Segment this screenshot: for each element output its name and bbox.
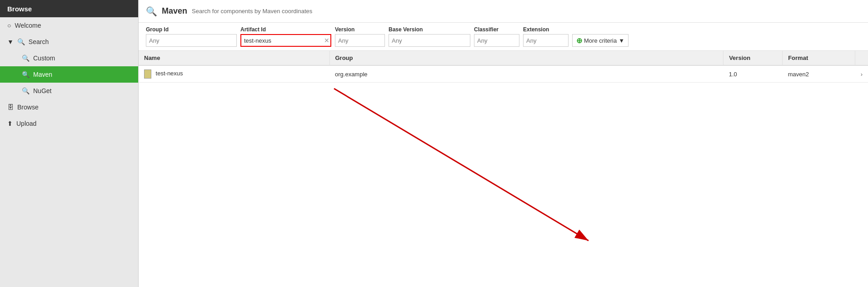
col-header-version: Version bbox=[723, 51, 783, 65]
sidebar-title: Browse bbox=[7, 5, 32, 13]
circle-icon: ○ bbox=[7, 22, 11, 29]
sidebar-item-label: Search bbox=[29, 38, 49, 45]
extension-label: Extension bbox=[523, 26, 569, 33]
cell-format: maven2 bbox=[783, 65, 855, 83]
sidebar-item-maven[interactable]: 🔍 Maven bbox=[0, 66, 138, 83]
group-id-input[interactable] bbox=[146, 34, 237, 47]
classifier-label: Classifier bbox=[474, 26, 519, 33]
results-table: Name Group Version Format bbox=[139, 51, 868, 83]
main-content: 🔍 Maven Search for components by Maven c… bbox=[139, 0, 868, 287]
more-criteria-button[interactable]: ⊕ More criteria ▼ bbox=[572, 34, 629, 47]
table-body: test-nexus org.example 1.0 maven2 › bbox=[139, 65, 868, 83]
base-version-label: Base Version bbox=[389, 26, 470, 33]
clear-artifact-id-button[interactable]: ✕ bbox=[324, 37, 329, 44]
artifact-id-wrapper: ✕ bbox=[240, 34, 331, 47]
artifact-id-label: Artifact Id bbox=[240, 26, 331, 33]
version-input[interactable] bbox=[335, 34, 385, 47]
maven-search-icon: 🔍 bbox=[146, 6, 157, 17]
sidebar-item-welcome[interactable]: ○ Welcome bbox=[0, 17, 138, 34]
version-field: Version bbox=[335, 26, 385, 47]
base-version-field: Base Version bbox=[389, 26, 470, 47]
sidebar-item-nuget[interactable]: 🔍 NuGet bbox=[0, 83, 138, 99]
file-icon bbox=[144, 69, 151, 79]
dropdown-chevron-icon: ▼ bbox=[619, 37, 624, 44]
search-icon: 🔍 bbox=[22, 87, 30, 94]
sidebar-header: Browse bbox=[0, 0, 138, 17]
classifier-field: Classifier bbox=[474, 26, 519, 47]
table-header: Name Group Version Format bbox=[139, 51, 868, 65]
maven-title: Maven bbox=[162, 6, 187, 16]
col-header-group: Group bbox=[329, 51, 723, 65]
more-criteria-label: More criteria bbox=[584, 37, 617, 44]
col-header-expand bbox=[855, 51, 868, 65]
search-icon: 🔍 bbox=[22, 71, 30, 78]
chevron-icon: ▼ bbox=[7, 38, 14, 45]
plus-icon: ⊕ bbox=[576, 36, 582, 45]
cell-version: 1.0 bbox=[723, 65, 783, 83]
cell-group: org.example bbox=[329, 65, 723, 83]
sidebar-item-label: Browse bbox=[17, 104, 39, 111]
cell-name: test-nexus bbox=[139, 65, 329, 83]
search-icon: 🔍 bbox=[22, 54, 30, 62]
col-header-name: Name bbox=[139, 51, 329, 65]
search-icon: 🔍 bbox=[17, 38, 25, 45]
version-label: Version bbox=[335, 26, 385, 33]
database-icon: 🗄 bbox=[7, 104, 14, 111]
sidebar: Browse ○ Welcome ▼ 🔍 Search 🔍 Custom 🔍 M… bbox=[0, 0, 139, 287]
table-row[interactable]: test-nexus org.example 1.0 maven2 › bbox=[139, 65, 868, 83]
sidebar-item-label: Welcome bbox=[15, 22, 41, 29]
upload-icon: ⬆ bbox=[7, 120, 13, 127]
classifier-input[interactable] bbox=[474, 34, 519, 47]
base-version-input[interactable] bbox=[389, 34, 470, 47]
artifact-id-input[interactable] bbox=[240, 34, 331, 47]
cell-expand[interactable]: › bbox=[855, 65, 868, 83]
sidebar-item-label: NuGet bbox=[33, 87, 51, 94]
sidebar-item-browse[interactable]: 🗄 Browse bbox=[0, 99, 138, 115]
maven-description: Search for components by Maven coordinat… bbox=[192, 8, 312, 15]
sidebar-item-label: Upload bbox=[16, 120, 36, 127]
sidebar-item-search[interactable]: ▼ 🔍 Search bbox=[0, 34, 138, 50]
sidebar-item-label: Custom bbox=[33, 54, 55, 62]
results-area: Name Group Version Format bbox=[139, 51, 868, 287]
artifact-id-field: Artifact Id ✕ bbox=[240, 26, 331, 47]
search-header-bar: 🔍 Maven Search for components by Maven c… bbox=[139, 0, 868, 23]
sidebar-item-upload[interactable]: ⬆ Upload bbox=[0, 115, 138, 132]
extension-input[interactable] bbox=[523, 34, 569, 47]
sidebar-item-custom[interactable]: 🔍 Custom bbox=[0, 50, 138, 66]
col-header-format: Format bbox=[783, 51, 855, 65]
criteria-row: Group Id Artifact Id ✕ Version Base Vers… bbox=[139, 23, 868, 51]
group-id-label: Group Id bbox=[146, 26, 237, 33]
sidebar-item-label: Maven bbox=[33, 71, 52, 78]
extension-field: Extension bbox=[523, 26, 569, 47]
group-id-field: Group Id bbox=[146, 26, 237, 47]
